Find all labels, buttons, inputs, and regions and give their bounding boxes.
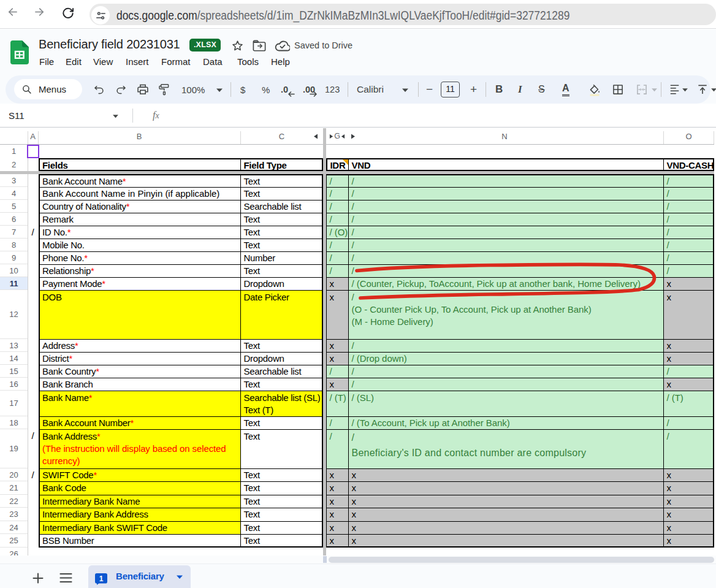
svg-text:1: 1 [99,575,104,583]
